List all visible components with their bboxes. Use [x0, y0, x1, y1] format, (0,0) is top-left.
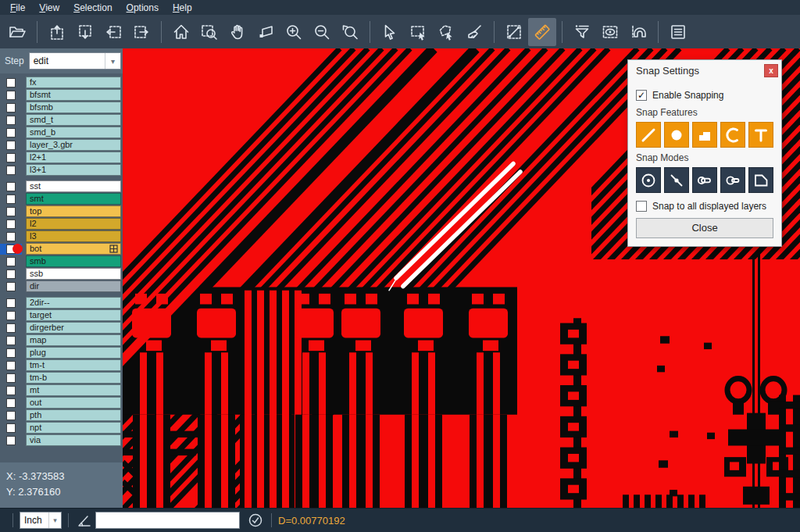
- layer-visibility-checkbox[interactable]: [0, 270, 22, 279]
- measure-input[interactable]: [95, 512, 240, 529]
- layer-visibility-checkbox[interactable]: [0, 386, 22, 395]
- layer-name-label[interactable]: l2+1: [26, 152, 121, 163]
- layer-visibility-checkbox[interactable]: [0, 182, 22, 191]
- layer-name-label[interactable]: ssb: [26, 268, 121, 280]
- layer-name-label[interactable]: mt: [26, 384, 121, 396]
- layer-visibility-checkbox[interactable]: [0, 116, 22, 125]
- layer-name-label[interactable]: layer_3.gbr: [26, 139, 121, 151]
- layer-name-label[interactable]: smb: [26, 255, 121, 267]
- layer-name-label[interactable]: 2dir--: [26, 297, 121, 309]
- layer-name-label[interactable]: dir: [26, 280, 121, 292]
- view-box-icon[interactable]: [596, 18, 624, 46]
- layer-visibility-checkbox[interactable]: [0, 336, 22, 345]
- snap-mode-contour-icon[interactable]: [748, 167, 773, 193]
- layer-visibility-checkbox[interactable]: [0, 91, 22, 100]
- measure-line-icon[interactable]: [500, 18, 528, 46]
- snap-mode-slot-end-icon[interactable]: [720, 167, 745, 193]
- zoom-out-icon[interactable]: [308, 18, 336, 46]
- layer-visibility-checkbox[interactable]: [0, 398, 22, 408]
- layer-name-label[interactable]: l2: [26, 218, 121, 230]
- snap-feature-arc-icon[interactable]: [720, 122, 745, 148]
- pan-down-icon[interactable]: [71, 18, 99, 46]
- layer-name-label[interactable]: target: [26, 309, 121, 321]
- snap-mode-center-icon[interactable]: [636, 167, 661, 193]
- layer-visibility-checkbox[interactable]: [0, 153, 22, 162]
- pan-left-icon[interactable]: [99, 18, 127, 46]
- apply-check-icon[interactable]: [246, 512, 265, 528]
- select-rectangle-icon[interactable]: [404, 18, 432, 46]
- layer-name-label[interactable]: bfsmb: [26, 102, 121, 113]
- layer-visibility-checkbox[interactable]: [0, 373, 22, 383]
- layer-name-label[interactable]: bfsmt: [26, 89, 121, 101]
- menu-file[interactable]: File: [3, 2, 32, 13]
- pcb-canvas[interactable]: Snap Settings x ✓ Enable Snapping Snap F…: [123, 48, 800, 508]
- layer-visibility-checkbox[interactable]: [0, 257, 22, 266]
- layer-name-label[interactable]: smd_t: [26, 114, 121, 126]
- layer-name-label[interactable]: plug: [26, 347, 121, 359]
- close-icon[interactable]: x: [764, 64, 778, 77]
- zoom-in-icon[interactable]: [280, 18, 308, 46]
- layer-visibility-checkbox[interactable]: [0, 195, 22, 204]
- layer-name-label[interactable]: bot: [26, 243, 121, 255]
- layer-visibility-checkbox[interactable]: [0, 166, 22, 175]
- clean-brush-icon[interactable]: [460, 18, 488, 46]
- menu-selection[interactable]: Selection: [66, 2, 119, 13]
- layer-visibility-checkbox[interactable]: [0, 103, 22, 112]
- measure-ruler-icon[interactable]: [528, 18, 556, 46]
- layer-visibility-checkbox[interactable]: [0, 220, 22, 229]
- layer-visibility-checkbox[interactable]: [0, 423, 22, 433]
- snap-mode-point-on-line-icon[interactable]: [664, 167, 689, 193]
- layer-visibility-checkbox[interactable]: [0, 232, 22, 241]
- layer-name-label[interactable]: smt: [26, 193, 121, 205]
- home-view-icon[interactable]: [167, 18, 195, 46]
- open-file-icon[interactable]: [3, 18, 31, 46]
- layer-visibility-checkbox[interactable]: [0, 311, 22, 320]
- layer-visibility-checkbox[interactable]: [0, 78, 22, 87]
- layer-visibility-checkbox[interactable]: [0, 207, 22, 216]
- snap-feature-surface-icon[interactable]: [692, 122, 717, 148]
- snap-mode-slot-center-icon[interactable]: [692, 167, 717, 193]
- layer-name-label[interactable]: via: [26, 434, 121, 446]
- snap-feature-pad-icon[interactable]: [664, 122, 689, 148]
- zoom-area-icon[interactable]: [252, 18, 280, 46]
- zoom-window-icon[interactable]: [195, 18, 223, 46]
- layer-name-label[interactable]: dirgerber: [26, 322, 121, 334]
- menu-options[interactable]: Options: [120, 2, 166, 13]
- layer-visibility-checkbox[interactable]: [0, 128, 22, 137]
- menu-view[interactable]: View: [32, 2, 66, 13]
- snap-magnet-icon[interactable]: [624, 18, 652, 46]
- layer-visibility-checkbox[interactable]: [0, 411, 22, 420]
- layer-name-label[interactable]: out: [26, 397, 121, 409]
- zoom-previous-icon[interactable]: [336, 18, 364, 46]
- snap-dialog-titlebar[interactable]: Snap Settings x: [628, 60, 781, 80]
- filter-icon[interactable]: [568, 18, 596, 46]
- snap-all-layers-checkbox[interactable]: [636, 201, 647, 212]
- layer-visibility-checkbox[interactable]: [0, 348, 22, 358]
- layer-name-label[interactable]: npt: [26, 422, 121, 434]
- layers-panel-icon[interactable]: [664, 18, 692, 46]
- menu-help[interactable]: Help: [166, 2, 199, 13]
- layer-name-label[interactable]: l3+1: [26, 164, 121, 176]
- select-pointer-icon[interactable]: [376, 18, 404, 46]
- layer-name-label[interactable]: map: [26, 334, 121, 346]
- units-select[interactable]: Inch ▾: [20, 512, 62, 529]
- layer-name-label[interactable]: pth: [26, 409, 121, 421]
- select-polygon-icon[interactable]: [432, 18, 460, 46]
- layer-visibility-checkbox[interactable]: [0, 282, 22, 291]
- layer-name-label[interactable]: fx: [26, 77, 121, 88]
- enable-snapping-checkbox[interactable]: ✓: [636, 90, 647, 101]
- layer-visibility-checkbox[interactable]: [0, 436, 22, 445]
- pan-up-icon[interactable]: [43, 18, 71, 46]
- layer-name-label[interactable]: sst: [26, 180, 121, 192]
- layer-visibility-checkbox[interactable]: [0, 323, 22, 333]
- layer-name-label[interactable]: top: [26, 205, 121, 217]
- layer-visibility-checkbox[interactable]: [0, 361, 22, 370]
- snap-feature-line-icon[interactable]: [636, 122, 661, 148]
- pan-right-icon[interactable]: [127, 18, 155, 46]
- angle-measure-icon[interactable]: [75, 512, 94, 528]
- layer-name-label[interactable]: l3: [26, 230, 121, 242]
- layer-name-label[interactable]: tm-b: [26, 372, 121, 384]
- close-button[interactable]: Close: [636, 218, 773, 238]
- layer-name-label[interactable]: tm-t: [26, 359, 121, 371]
- layer-visibility-checkbox[interactable]: [0, 298, 22, 308]
